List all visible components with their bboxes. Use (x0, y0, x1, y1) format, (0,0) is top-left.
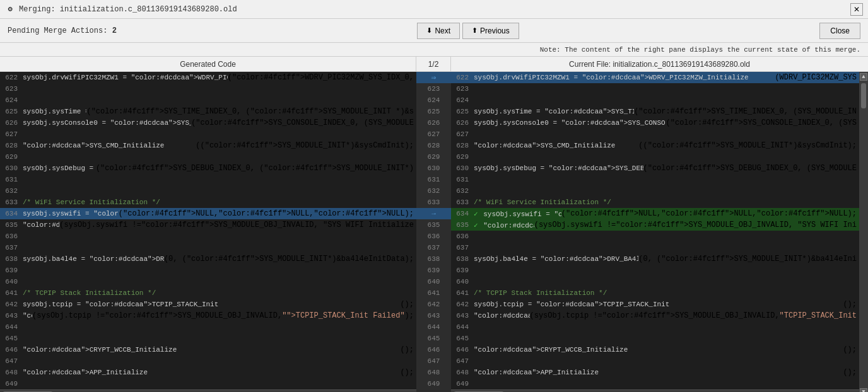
line-number: 636 (454, 233, 474, 240)
line-content: "color:#dcdcaa">APP_Initialize (23, 369, 400, 376)
left-code-line: 636 (0, 231, 416, 242)
middle-line: 638 (416, 253, 451, 265)
line-number: 641 (454, 289, 474, 297)
left-code-line: 631 (0, 174, 416, 185)
window-close-button[interactable]: ✕ (850, 3, 863, 16)
next-button[interactable]: ⬇ Next (417, 23, 460, 39)
line-number: 642 (3, 301, 23, 308)
right-code-line: 632 (451, 185, 859, 197)
line-content: sysObj.tcpip = "color:#dcdcaa">TCPIP_STA… (23, 301, 400, 308)
line-number: 643 (454, 312, 474, 320)
line-number: 649 (454, 380, 474, 388)
left-code-line: 649 (0, 378, 416, 389)
middle-line: 626 (416, 117, 451, 129)
middle-line: ⇒ (416, 72, 451, 83)
right-code-line: 625 sysObj.sysTime = "color:#dcdcaa">SYS… (451, 106, 859, 117)
line-number: 631 (3, 176, 23, 183)
line-number: 636 (3, 233, 23, 240)
left-code-line: 645 (0, 333, 416, 344)
app-icon: ⚙ (5, 4, 15, 14)
line-number: 639 (3, 267, 23, 274)
right-code-line: 640 (451, 276, 859, 287)
left-code-line: 623 (0, 83, 416, 95)
middle-line: 648 (416, 367, 451, 378)
left-code-line: 633 /* WiFi Service Initialization */ (0, 197, 416, 208)
line-number: 646 (454, 346, 474, 354)
right-code-line: 637 (451, 242, 859, 253)
line-content: sysObj.ba4l4e = "color:#dcdcaa">DRV_BA4l… (474, 255, 638, 263)
line-number: 632 (3, 187, 23, 195)
panels-container: 622sysObj.drvWifiPIC32MZW1 = "color:#dcd… (0, 72, 868, 392)
middle-panel: ⇒623624625626627628629630631632633→63563… (416, 72, 451, 392)
title-bar-left: ⚙ Merging: initialization.c_801136919143… (5, 4, 237, 14)
scroll-up-button[interactable]: ▲ (860, 73, 867, 81)
line-number: 637 (454, 244, 474, 251)
middle-line: 643 (416, 310, 451, 321)
line-number: 625 (454, 108, 474, 115)
line-number: 641 (3, 289, 23, 297)
right-code-line: 629 (451, 151, 859, 163)
toolbar-center: ⬇ Next ⬆ Previous (124, 23, 812, 39)
line-content: sysObj.syswifi = "color:#dcdcaa">SYS_WIF… (23, 210, 119, 217)
line-content: "color:#dcdcaa">SYS_CMD_Initialize (23, 142, 196, 149)
right-vertical-scrollbar[interactable]: ▲ ▼ (859, 72, 868, 392)
close-dialog-button[interactable]: Close (819, 23, 860, 39)
line-number: 637 (3, 244, 23, 251)
line-number: 635 (454, 221, 474, 229)
scroll-thumb (861, 83, 866, 108)
right-code-line: 636 (451, 231, 859, 242)
scroll-down-button[interactable]: ▼ (860, 388, 867, 392)
left-code-line: 641 /* TCPIP Stack Initialization */ (0, 287, 416, 299)
middle-line: 646 (416, 344, 451, 355)
middle-line: 627 (416, 129, 451, 140)
line-number: 646 (3, 346, 23, 354)
line-number: 634 (3, 210, 23, 217)
left-code-line: 622sysObj.drvWifiPIC32MZW1 = "color:#dcd… (0, 72, 416, 83)
right-code-line: 644 (451, 321, 859, 333)
line-number: 639 (454, 267, 474, 274)
right-code-scroll[interactable]: 622sysObj.drvWifiPIC32MZW1 = "color:#dcd… (451, 72, 859, 389)
middle-line: → (416, 208, 451, 219)
line-number: 626 (454, 119, 474, 127)
line-content: sysObj.ba4l4e = "color:#dcdcaa">DRV_BA4l… (23, 255, 164, 263)
right-code-line: 646 "color:#dcdcaa">CRYPT_WCCB_Initializ… (451, 344, 859, 355)
left-horizontal-scrollbar[interactable] (0, 389, 416, 392)
right-horizontal-scrollbar[interactable] (451, 389, 859, 392)
title-bar: ⚙ Merging: initialization.c_801136919143… (0, 0, 868, 19)
line-content: sysObj.sysTime = "color:#dcdcaa">SYS_TIM… (474, 108, 634, 115)
line-number: 640 (3, 278, 23, 285)
left-code-line: 644 (0, 321, 416, 333)
left-code-line: 630 sysObj.sysDebug = "color:#dcdcaa">SY… (0, 163, 416, 174)
left-code-panel[interactable]: 622sysObj.drvWifiPIC32MZW1 = "color:#dcd… (0, 72, 416, 392)
line-number: 624 (3, 96, 23, 104)
right-code-line: 648 "color:#dcdcaa">APP_Initialize(); (451, 367, 859, 378)
left-code-line: 638 sysObj.ba4l4e = "color:#dcdcaa">DRV_… (0, 253, 416, 265)
left-code-line: 647 (0, 355, 416, 367)
line-number: 648 (3, 369, 23, 376)
right-code-line: 631 (451, 174, 859, 185)
line-content: sysObj.sysDebug = "color:#dcdcaa">SYS_DE… (23, 164, 96, 172)
column-headers: Generated Code 1/2 Current File: initial… (0, 57, 868, 72)
left-code-line: 625 sysObj.sysTime = "color:#dcdcaa">SYS… (0, 106, 416, 117)
window-title: Merging: initialization.c_80113691914368… (19, 5, 237, 14)
left-code-line: 643 "color:#dcdcaa">SYS_ASSERT(sysObj.tc… (0, 310, 416, 321)
middle-line: 644 (416, 321, 451, 333)
line-number: 622 (3, 74, 23, 81)
right-code-line: 627 (451, 129, 859, 140)
right-code-line: 645 (451, 333, 859, 344)
right-code-panel[interactable]: 622sysObj.drvWifiPIC32MZW1 = "color:#dcd… (451, 72, 859, 392)
left-code-line: 629 (0, 151, 416, 163)
line-number: 633 (454, 199, 474, 206)
next-arrow-icon: ⬇ (426, 26, 432, 35)
left-code-line: 637 (0, 242, 416, 253)
line-content: "color:#dcdcaa">APP_Initialize (474, 369, 843, 376)
right-code-line: 622sysObj.drvWifiPIC32MZW1 = "color:#dcd… (451, 72, 859, 83)
previous-button[interactable]: ⬆ Previous (462, 23, 519, 39)
middle-line: 624 (416, 95, 451, 106)
middle-line: 623 (416, 83, 451, 95)
right-code-line: 643 "color:#dcdcaa">SYS_ASSERT(sysObj.tc… (451, 310, 859, 321)
left-code-scroll[interactable]: 622sysObj.drvWifiPIC32MZW1 = "color:#dcd… (0, 72, 416, 389)
line-content: "color:#dcdcaa">SYS_ASSERT (23, 312, 32, 320)
left-code-line: 639 (0, 265, 416, 276)
header-left: Generated Code (0, 57, 416, 71)
